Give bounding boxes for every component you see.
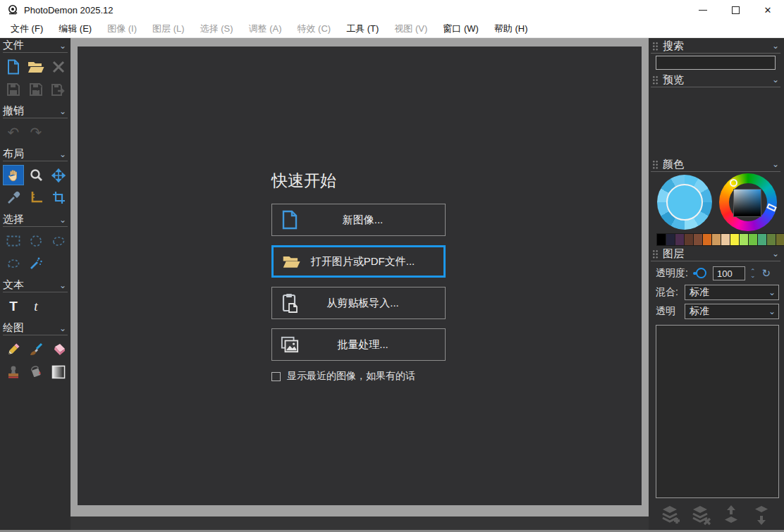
pencil-tool-button[interactable]: [3, 339, 24, 359]
canvas[interactable]: 快速开始 新图像... 打开图片或PDF文件...: [78, 47, 642, 505]
color-harmony-wheel[interactable]: [657, 175, 712, 230]
toolbox-header-select[interactable]: 选择 ⌄: [3, 213, 68, 227]
maximize-button[interactable]: [719, 0, 752, 20]
toolbox-section-layout: 布局 ⌄: [3, 147, 71, 208]
color-swatch[interactable]: [730, 234, 740, 245]
show-recent-checkbox[interactable]: [271, 372, 281, 381]
lower-layer-icon: [751, 505, 772, 526]
drag-grip-icon[interactable]: [652, 42, 659, 51]
color-swatch[interactable]: [685, 234, 694, 245]
delete-layer-icon: [689, 505, 713, 526]
search-panel-title: 搜索: [663, 39, 684, 53]
show-recent-label: 显示最近的图像，如果有的话: [287, 370, 415, 383]
magic-wand-button[interactable]: [25, 253, 47, 273]
toolbox-header-undo[interactable]: 撤销 ⌄: [3, 104, 68, 118]
advanced-text-tool-button[interactable]: t: [25, 296, 47, 316]
color-picker-icon: [7, 191, 20, 204]
preview-panel-title: 预览: [663, 73, 684, 87]
drag-grip-icon[interactable]: [652, 75, 659, 85]
open-image-button[interactable]: [25, 56, 47, 77]
move-tool-button[interactable]: [48, 165, 69, 185]
crop-tool-button[interactable]: [48, 187, 69, 208]
color-swatch[interactable]: [703, 234, 712, 245]
color-swatch[interactable]: [666, 234, 675, 245]
alpha-mode-dropdown[interactable]: 标准 ⌄: [685, 304, 779, 319]
toolbox-header-file[interactable]: 文件 ⌄: [3, 39, 68, 53]
hand-tool-button[interactable]: [3, 165, 24, 185]
opacity-reset-button[interactable]: ↻: [762, 268, 771, 278]
text-tool-button[interactable]: T: [3, 296, 24, 316]
color-swatch[interactable]: [758, 234, 767, 245]
search-input[interactable]: [656, 56, 776, 70]
save-icon: [6, 82, 20, 97]
select-lasso-button[interactable]: [3, 253, 24, 273]
batch-process-quick-button[interactable]: 批量处理...: [271, 328, 446, 361]
menu-window[interactable]: 窗口 (W): [435, 20, 486, 37]
close-image-button[interactable]: [48, 56, 69, 77]
color-swatch[interactable]: [740, 234, 749, 245]
search-panel-header[interactable]: 搜索 ⌄: [651, 39, 780, 54]
menu-help[interactable]: 帮助 (H): [486, 20, 536, 37]
select-ellipse-button[interactable]: [25, 230, 47, 251]
color-cursor-icon[interactable]: [730, 179, 737, 187]
color-swatch[interactable]: [675, 234, 685, 245]
show-recent-images-option[interactable]: 显示最近的图像，如果有的话: [271, 370, 446, 383]
toolbox-header-paint[interactable]: 绘图 ⌄: [3, 321, 68, 335]
colors-panel-header[interactable]: 颜色 ⌄: [651, 157, 780, 172]
opacity-slider[interactable]: [692, 268, 711, 279]
toolbox-header-layout[interactable]: 布局 ⌄: [3, 147, 68, 161]
close-button[interactable]: ✕: [752, 0, 784, 20]
menu-select: 选择 (S): [192, 20, 241, 37]
chevron-down-icon: ⌄: [768, 289, 776, 296]
menu-tools[interactable]: 工具 (T): [338, 20, 386, 37]
layer-list[interactable]: [656, 325, 779, 498]
color-swatch[interactable]: [712, 234, 721, 245]
clipboard-import-quick-button[interactable]: 从剪贴板导入...: [271, 287, 446, 319]
gradient-tool-button[interactable]: [48, 361, 69, 382]
open-file-quick-button[interactable]: 打开图片或PDF文件...: [271, 245, 446, 278]
clone-stamp-tool-button[interactable]: [3, 361, 24, 382]
menu-edit[interactable]: 编辑 (E): [51, 20, 99, 37]
lower-layer-button: [749, 504, 773, 526]
color-swatch[interactable]: [657, 234, 666, 245]
paintbrush-tool-button[interactable]: [25, 339, 47, 359]
move-icon: [51, 168, 66, 183]
quick-start-title: 快速开始: [271, 170, 446, 192]
opacity-value-field[interactable]: 100: [713, 266, 745, 280]
minimize-button[interactable]: [687, 0, 719, 20]
color-swatch[interactable]: [749, 234, 758, 245]
new-image-quick-label: 新图像...: [302, 214, 445, 227]
opacity-spinner[interactable]: ⌃⌄: [750, 269, 756, 278]
hue-wheel[interactable]: [719, 173, 777, 231]
color-swatch[interactable]: [776, 234, 784, 245]
blend-mode-dropdown[interactable]: 标准 ⌄: [685, 285, 779, 300]
saturation-value-square[interactable]: [733, 189, 761, 217]
new-image-quick-button[interactable]: 新图像...: [271, 204, 446, 236]
new-image-icon: [6, 59, 20, 75]
color-swatch[interactable]: [721, 234, 730, 245]
paint-bucket-tool-button[interactable]: [25, 361, 47, 382]
current-color-swatch[interactable]: [666, 184, 703, 221]
layers-panel-header[interactable]: 图层 ⌄: [651, 247, 780, 261]
select-ellipse-icon: [30, 235, 42, 247]
drag-grip-icon[interactable]: [652, 249, 659, 259]
menu-file[interactable]: 文件 (F): [3, 20, 51, 37]
eraser-tool-button[interactable]: [48, 339, 69, 359]
slider-thumb[interactable]: [696, 268, 706, 278]
spinner-down-icon[interactable]: ⌄: [750, 273, 756, 278]
new-image-button[interactable]: [3, 56, 24, 77]
drag-grip-icon[interactable]: [652, 160, 659, 169]
color-swatch[interactable]: [694, 234, 703, 245]
toolbox-header-text[interactable]: 文本 ⌄: [3, 278, 68, 292]
measure-tool-button[interactable]: [25, 187, 47, 208]
hue-marker-icon[interactable]: [766, 204, 777, 212]
select-rect-button[interactable]: [3, 230, 24, 251]
zoom-tool-button[interactable]: [25, 165, 47, 185]
undo-icon: ↶: [8, 125, 20, 140]
pencil-icon: [6, 342, 20, 357]
eraser-icon: [51, 343, 66, 356]
color-picker-tool-button[interactable]: [3, 187, 24, 208]
color-swatch[interactable]: [767, 234, 776, 245]
select-polygon-button[interactable]: [48, 230, 69, 251]
preview-panel-header[interactable]: 预览 ⌄: [651, 73, 780, 87]
